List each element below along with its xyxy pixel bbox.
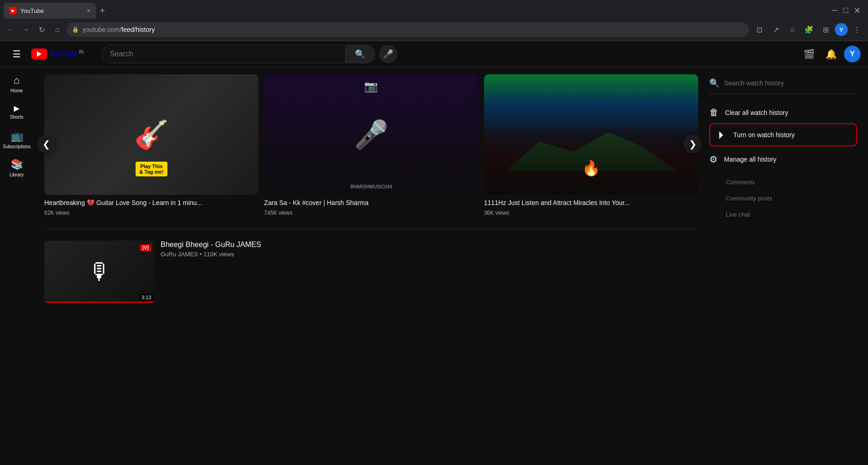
main-layout: ⌂ Home ▶ Shorts 📺 Subscriptions 📚 Librar… — [0, 67, 868, 465]
instagram-icon: 📷 — [364, 80, 378, 93]
mic-icon: 🎤 — [383, 49, 393, 59]
browser-menu-button[interactable]: ⋮ — [850, 22, 864, 37]
notifications-button[interactable]: 🔔 — [822, 45, 840, 63]
video-card-aurora[interactable]: 🔥 1111Hz Just Listen and Attract Miracle… — [484, 74, 698, 218]
channel-name-label: BHARSHMUSIC044 — [350, 184, 392, 189]
address-text: youtube.com/feed/history — [83, 26, 743, 33]
tab-title: YouTube — [20, 7, 44, 14]
search-icon: 🔍 — [355, 49, 365, 59]
subscriptions-icon: 📺 — [11, 130, 23, 142]
bheegi-thumb: [V] — [44, 241, 155, 303]
video-card-singing[interactable]: 📷 BHARSHMUSIC044 Zara Sa - Kk #cover | H… — [264, 74, 478, 218]
list-video-title-bheegi: Bheegi Bheegi - GuRu JAMES — [161, 241, 698, 249]
menu-button[interactable]: ☰ — [7, 45, 26, 63]
youtube-logo[interactable]: YouTubeIN — [31, 48, 84, 60]
youtube-header: ☰ YouTubeIN 🔍 🎤 🎬 🔔 Y — [0, 41, 868, 67]
new-tab-button[interactable]: + — [96, 6, 109, 16]
content-area: ❮ Play This& Tag me! Heartbreaking 💔 Gui… — [33, 67, 868, 465]
address-bar[interactable]: 🔒 youtube.com/feed/history — [66, 22, 749, 37]
divider — [44, 229, 698, 229]
guitar-thumb: Play This& Tag me! — [44, 74, 258, 195]
clear-history-icon: 🗑 — [709, 107, 718, 118]
turn-on-label: Turn on watch history — [733, 131, 795, 139]
create-button[interactable]: 🎬 — [800, 45, 818, 63]
home-icon: ⌂ — [13, 74, 19, 86]
search-input[interactable] — [110, 50, 338, 58]
extensions-button[interactable]: 🧩 — [802, 22, 816, 37]
duration-progress-bar — [44, 302, 155, 303]
manage-history-icon: ⚙ — [709, 154, 718, 165]
sidebar-item-library[interactable]: 📚 Library — [2, 155, 31, 181]
maximize-button[interactable]: □ — [843, 6, 848, 16]
turn-on-icon: ⏵ — [717, 129, 727, 141]
video-info-aurora: 1111Hz Just Listen and Attract Miracles … — [484, 195, 698, 218]
search-submit-button[interactable]: 🔍 — [346, 45, 375, 63]
bookmark-button[interactable]: ☆ — [785, 22, 800, 37]
close-window-button[interactable]: ✕ — [854, 6, 861, 16]
video-title-aurora: 1111Hz Just Listen and Attract Miracles … — [484, 199, 698, 208]
share-button[interactable]: ↗ — [768, 22, 783, 37]
shorts-icon: ▶ — [14, 104, 19, 113]
singing-thumb: 📷 BHARSHMUSIC044 — [264, 74, 478, 195]
home-button[interactable]: ⌂ — [51, 23, 64, 36]
title-bar: ▶ YouTube × + ─ □ ✕ — [0, 0, 868, 18]
manage-history-label: Manage all history — [724, 156, 777, 163]
header-actions: 🎬 🔔 Y — [800, 45, 861, 63]
tab-close-button[interactable]: × — [87, 7, 90, 14]
clear-history-button[interactable]: 🗑 Clear all watch history — [709, 102, 857, 123]
carousel-row: Play This& Tag me! Heartbreaking 💔 Guita… — [44, 74, 698, 218]
screen-cast-button[interactable]: ⊡ — [752, 22, 766, 37]
browser-profile-button[interactable]: Y — [835, 23, 848, 36]
sidebar-toggle-button[interactable]: ⊞ — [818, 22, 833, 37]
comments-link[interactable]: Comments — [726, 174, 857, 190]
carousel-prev-button[interactable]: ❮ — [37, 135, 55, 153]
turn-on-history-button[interactable]: ⏵ Turn on watch history — [709, 123, 857, 146]
video-views-guitar: 62K views — [44, 210, 258, 216]
forward-button[interactable]: → — [19, 23, 32, 36]
list-video-meta-bheegi: GuRu JAMES • 110K views — [161, 251, 698, 258]
youtube-app: ☰ YouTubeIN 🔍 🎤 🎬 🔔 Y — [0, 41, 868, 465]
community-posts-link[interactable]: Community posts — [726, 190, 857, 206]
browser-toolbar: ← → ↻ ⌂ 🔒 youtube.com/feed/history ⊡ ↗ ☆… — [0, 18, 868, 41]
tab-favicon: ▶ — [9, 7, 17, 14]
manage-history-button[interactable]: ⚙ Manage all history — [709, 148, 857, 170]
search-history-bar[interactable]: 🔍 — [709, 78, 857, 94]
voice-search-button[interactable]: 🎤 — [379, 45, 397, 63]
avatar[interactable]: Y — [844, 46, 861, 62]
video-title-singing: Zara Sa - Kk #cover | Harsh Sharma — [264, 199, 478, 208]
video-thumbnail-singing: 📷 BHARSHMUSIC044 — [264, 74, 478, 195]
sidebar-item-home[interactable]: ⌂ Home — [2, 71, 31, 97]
right-panel: 🔍 🗑 Clear all watch history ⏵ Turn on wa… — [709, 74, 857, 458]
sidebar-item-subscriptions-label: Subscriptions — [3, 144, 30, 149]
video-card-guitar[interactable]: Play This& Tag me! Heartbreaking 💔 Guita… — [44, 74, 258, 218]
list-video-item-bheegi[interactable]: [V] 3:13 Bheegi Bheegi - GuRu JAMES GuRu… — [44, 237, 698, 307]
video-thumbnail-guitar: Play This& Tag me! — [44, 74, 258, 195]
refresh-button[interactable]: ↻ — [35, 23, 48, 36]
sidebar-item-library-label: Library — [10, 172, 24, 177]
search-history-icon: 🔍 — [709, 78, 719, 88]
video-thumbnail-aurora: 🔥 — [484, 74, 698, 195]
sidebar-item-subscriptions[interactable]: 📺 Subscriptions — [2, 127, 31, 153]
aurora-fire: 🔥 — [582, 159, 600, 177]
bell-icon: 🔔 — [826, 48, 837, 60]
search-container: 🔍 🎤 — [102, 45, 397, 63]
channel-badge-v: [V] — [140, 244, 151, 251]
carousel-container: ❮ Play This& Tag me! Heartbreaking 💔 Gui… — [44, 74, 698, 218]
aurora-thumb: 🔥 — [484, 74, 698, 195]
create-icon: 🎬 — [803, 48, 815, 60]
sidebar-item-shorts-label: Shorts — [10, 115, 24, 120]
search-history-input[interactable] — [724, 79, 857, 87]
play-tag: Play This& Tag me! — [136, 162, 167, 176]
search-bar[interactable] — [102, 45, 346, 63]
video-duration-bheegi: 3:13 — [140, 294, 153, 301]
aurora-glow — [484, 74, 698, 135]
minimize-button[interactable]: ─ — [832, 6, 838, 16]
browser-tab[interactable]: ▶ YouTube × — [4, 3, 96, 18]
carousel-next-button[interactable]: ❯ — [683, 135, 702, 153]
library-icon: 📚 — [11, 158, 23, 170]
sidebar-item-shorts[interactable]: ▶ Shorts — [2, 99, 31, 125]
youtube-logo-icon — [31, 48, 47, 60]
live-chat-link[interactable]: Live chat — [726, 206, 857, 223]
sub-actions: Comments Community posts Live chat — [709, 174, 857, 223]
back-button[interactable]: ← — [4, 23, 17, 36]
